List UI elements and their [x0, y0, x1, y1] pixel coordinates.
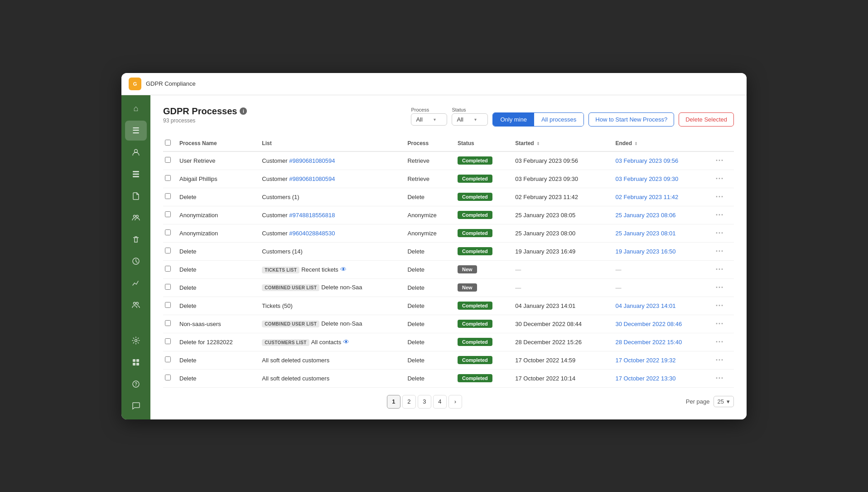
per-page-select[interactable]: 25 ▾ [714, 396, 734, 407]
row-actions-button[interactable]: ··· [716, 247, 724, 256]
ended-link[interactable]: 28 December 2022 15:40 [615, 339, 682, 346]
per-page-label: Per page [686, 398, 710, 405]
delete-selected-button[interactable]: Delete Selected [679, 112, 734, 127]
status-filter-select[interactable]: All ▾ [452, 113, 488, 126]
list-tag-badge: TICKETS LIST [262, 267, 299, 273]
sidebar-item-users[interactable] [125, 142, 147, 162]
row-actions-button[interactable]: ··· [716, 156, 724, 165]
sidebar-item-records[interactable] [125, 164, 147, 184]
row-actions-button[interactable]: ··· [716, 374, 724, 383]
sidebar-item-file[interactable] [125, 186, 147, 206]
table-row: DeleteAll soft deleted customersDeleteCo… [163, 369, 734, 387]
cell-actions: ··· [712, 351, 734, 369]
page-4-button[interactable]: 4 [433, 395, 447, 409]
ended-link[interactable]: 17 October 2022 19:32 [615, 357, 675, 364]
col-process: Process [404, 136, 454, 151]
sidebar-item-help[interactable]: ? [125, 374, 147, 394]
sidebar-item-chat[interactable] [125, 396, 147, 416]
ended-link[interactable]: 25 January 2023 08:01 [615, 230, 675, 237]
ended-link[interactable]: 19 January 2023 16:50 [615, 248, 675, 255]
ended-link[interactable]: 30 December 2022 08:46 [615, 321, 682, 327]
sidebar-item-chart-user[interactable] [125, 208, 147, 228]
table-row: DeleteCustomers (14)DeleteCompleted19 Ja… [163, 242, 734, 260]
row-actions-button[interactable]: ··· [716, 337, 724, 346]
eye-icon[interactable]: 👁 [343, 338, 349, 346]
only-mine-button[interactable]: Only mine [493, 113, 534, 126]
row-checkbox[interactable] [165, 302, 171, 308]
ended-link[interactable]: 25 January 2023 08:06 [615, 212, 675, 219]
process-filter-label: Process [411, 107, 447, 112]
row-actions-button[interactable]: ··· [716, 301, 724, 310]
page-header: GDPR Processes i 93 processes Process Al… [163, 106, 734, 127]
select-all-checkbox[interactable] [165, 140, 171, 146]
list-tag-badge: COMBINED USER LIST [262, 321, 319, 327]
sidebar-item-clock[interactable] [125, 251, 147, 271]
status-badge: Completed [458, 193, 492, 201]
row-actions-button[interactable]: ··· [716, 319, 724, 328]
sidebar-item-team[interactable] [125, 295, 147, 315]
row-checkbox[interactable] [165, 284, 171, 290]
col-ended[interactable]: Ended ⇕ [612, 136, 712, 151]
row-checkbox[interactable] [165, 320, 171, 326]
title-bar: G GDPR Compliance [121, 73, 747, 95]
row-actions-button[interactable]: ··· [716, 192, 724, 201]
page-2-button[interactable]: 2 [402, 395, 416, 409]
cell-started: 04 January 2023 14:01 [511, 297, 612, 315]
sidebar-item-trash[interactable] [125, 229, 147, 249]
row-actions-button[interactable]: ··· [716, 283, 724, 292]
cell-ended: 17 October 2022 13:30 [612, 369, 712, 387]
list-link[interactable]: #9748818556818 [289, 212, 335, 219]
cell-process: Delete [404, 242, 454, 260]
how-to-button[interactable]: How to Start New Process? [588, 112, 674, 127]
row-checkbox[interactable] [165, 193, 171, 199]
row-checkbox[interactable] [165, 157, 171, 163]
list-link[interactable]: #9890681080594 [289, 175, 335, 182]
pagination: 1 2 3 4 › [163, 395, 686, 409]
sidebar-item-grid[interactable] [125, 352, 147, 372]
per-page-section: Per page 25 ▾ [686, 396, 734, 407]
page-3-button[interactable]: 3 [418, 395, 431, 409]
cell-started: 17 October 2022 14:59 [511, 351, 612, 369]
info-icon[interactable]: i [240, 107, 247, 115]
list-link[interactable]: #9604028848530 [289, 230, 335, 237]
cell-actions: ··· [712, 206, 734, 224]
filter-row: Process All ▾ Status All ▾ [256, 106, 734, 127]
processes-table: Process Name List Process Status Started… [163, 136, 734, 388]
ended-link[interactable]: 02 February 2023 11:42 [615, 194, 678, 200]
row-checkbox[interactable] [165, 266, 171, 272]
status-filter-group: Status All ▾ [452, 107, 488, 126]
row-checkbox[interactable] [165, 356, 171, 362]
sidebar: ⌂ ☰ [121, 95, 150, 419]
page-1-button[interactable]: 1 [387, 395, 400, 409]
cell-process-name: Delete [176, 351, 258, 369]
row-checkbox[interactable] [165, 338, 171, 344]
row-checkbox[interactable] [165, 175, 171, 181]
cell-process-name: Delete for 12282022 [176, 333, 258, 351]
process-filter-select[interactable]: All ▾ [411, 113, 447, 126]
row-actions-button[interactable]: ··· [716, 174, 724, 183]
row-checkbox[interactable] [165, 211, 171, 217]
row-checkbox[interactable] [165, 229, 171, 235]
sidebar-item-analytics[interactable] [125, 273, 147, 293]
sidebar-item-settings[interactable] [125, 331, 147, 351]
cell-actions: ··· [712, 242, 734, 260]
row-actions-button[interactable]: ··· [716, 210, 724, 219]
cell-status: Completed [454, 188, 511, 206]
cell-actions: ··· [712, 260, 734, 278]
list-link[interactable]: #9890681080594 [289, 157, 335, 164]
ended-link[interactable]: 03 February 2023 09:30 [615, 175, 678, 182]
row-actions-button[interactable]: ··· [716, 229, 724, 238]
row-actions-button[interactable]: ··· [716, 356, 724, 365]
row-checkbox[interactable] [165, 375, 171, 380]
row-checkbox[interactable] [165, 248, 171, 253]
next-page-button[interactable]: › [448, 395, 462, 409]
col-started[interactable]: Started ⇕ [511, 136, 612, 151]
eye-icon[interactable]: 👁 [340, 266, 347, 273]
sidebar-item-menu[interactable]: ☰ [125, 121, 147, 141]
ended-link[interactable]: 03 February 2023 09:56 [615, 157, 678, 164]
ended-link[interactable]: 04 January 2023 14:01 [615, 302, 675, 309]
all-processes-button[interactable]: All processes [534, 113, 583, 126]
ended-link[interactable]: 17 October 2022 13:30 [615, 375, 675, 382]
sidebar-item-home[interactable]: ⌂ [125, 99, 147, 119]
row-actions-button[interactable]: ··· [716, 265, 724, 274]
